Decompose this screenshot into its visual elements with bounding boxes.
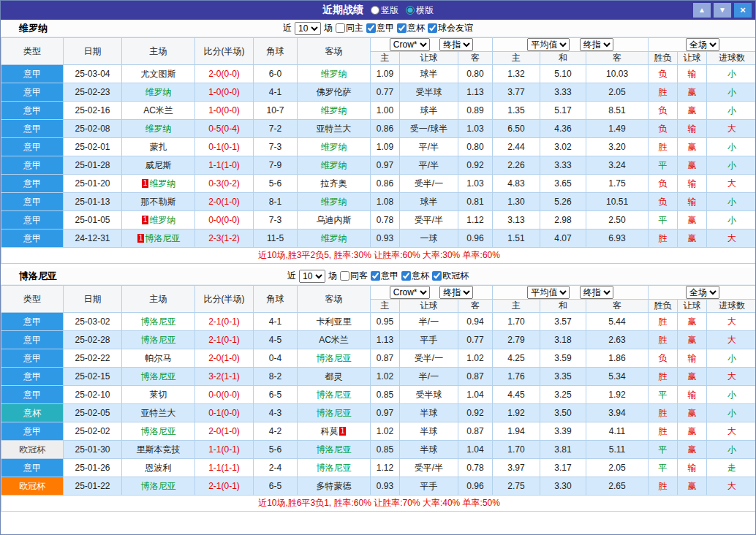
league-type[interactable]: 意甲 — [1, 349, 64, 368]
league-type[interactable]: 意甲 — [1, 422, 64, 441]
away-team[interactable]: 乌迪内斯 — [298, 211, 371, 229]
euro-draw-odds-text: 3.50 — [554, 408, 571, 418]
away-team[interactable]: 博洛尼亚 — [298, 404, 371, 422]
away-team[interactable]: 博洛尼亚 — [298, 349, 371, 368]
away-team[interactable]: 佛罗伦萨 — [298, 83, 371, 102]
euro-final-select[interactable]: 终指 — [580, 38, 613, 51]
home-team[interactable]: 博洛尼亚 — [122, 368, 195, 386]
home-team[interactable]: 1维罗纳 — [122, 211, 195, 229]
league-checkbox-seriea[interactable] — [366, 23, 376, 33]
league-filter-friendly[interactable]: 球会友谊 — [428, 22, 473, 34]
home-team[interactable]: 莱切 — [122, 386, 195, 404]
league-type[interactable]: 意甲 — [1, 331, 64, 349]
league-type[interactable]: 意甲 — [1, 102, 64, 120]
asian-away-odds-text: 1.13 — [466, 87, 483, 97]
league-type[interactable]: 欧冠杯 — [1, 477, 64, 496]
league-type[interactable]: 意甲 — [1, 193, 64, 211]
layout-horizontal-radio[interactable] — [406, 6, 415, 15]
match-count-select[interactable]: 10 — [295, 22, 321, 35]
away-team[interactable]: 博洛尼亚 — [298, 441, 371, 459]
away-team[interactable]: AC米兰 — [298, 331, 371, 349]
home-team[interactable]: AC米兰 — [122, 102, 195, 120]
league-type[interactable]: 欧冠杯 — [1, 441, 64, 459]
away-team[interactable]: 亚特兰大 — [298, 120, 371, 138]
away-team[interactable]: 维罗纳 — [298, 229, 371, 248]
home-team[interactable]: 威尼斯 — [122, 156, 195, 175]
league-type[interactable]: 意甲 — [1, 65, 64, 83]
asian-home-odds-text: 1.02 — [377, 371, 393, 382]
away-team[interactable]: 博洛尼亚 — [298, 386, 371, 404]
scope-select[interactable]: 全场 — [686, 38, 719, 51]
home-team[interactable]: 博洛尼亚 — [122, 422, 195, 441]
same-venue-filter[interactable]: 同客 — [340, 270, 368, 282]
league-filter-coppa[interactable]: 意杯 — [401, 270, 429, 282]
scope-select[interactable]: 全场 — [686, 286, 719, 299]
league-checkbox-ucl[interactable] — [432, 271, 442, 281]
league-checkbox-coppa[interactable] — [397, 23, 407, 33]
home-team[interactable]: 1维罗纳 — [122, 175, 195, 193]
layout-horizontal-option[interactable]: 横版 — [406, 4, 434, 17]
odds-company-select[interactable]: Crow* — [390, 38, 430, 51]
home-team-text: AC米兰 — [143, 105, 173, 115]
home-team[interactable]: 蒙扎 — [122, 138, 195, 156]
home-team[interactable]: 1博洛尼亚 — [122, 229, 195, 248]
home-team[interactable]: 里斯本竞技 — [122, 441, 195, 459]
league-type[interactable]: 意甲 — [1, 313, 64, 331]
euro-average-select[interactable]: 平均值 — [527, 38, 570, 51]
layout-vertical-option[interactable]: 竖版 — [371, 4, 398, 17]
away-team[interactable]: 都灵 — [298, 368, 371, 386]
league-filter-ucl[interactable]: 欧冠杯 — [432, 270, 469, 282]
league-type[interactable]: 意甲 — [1, 459, 64, 477]
league-type[interactable]: 意杯 — [1, 404, 64, 422]
close-icon[interactable]: × — [734, 3, 752, 18]
league-type[interactable]: 意甲 — [1, 211, 64, 229]
league-type[interactable]: 意甲 — [1, 175, 64, 193]
match-count-select[interactable]: 10 — [299, 270, 325, 283]
home-team[interactable]: 那不勒斯 — [122, 193, 195, 211]
league-type[interactable]: 意甲 — [1, 156, 64, 175]
home-team[interactable]: 恩波利 — [122, 459, 195, 477]
layout-vertical-radio[interactable] — [371, 6, 379, 15]
asian-final-select[interactable]: 终指 — [439, 286, 473, 299]
away-team[interactable]: 维罗纳 — [298, 102, 371, 120]
home-team[interactable]: 博洛尼亚 — [122, 313, 195, 331]
league-type[interactable]: 意甲 — [1, 83, 64, 102]
league-type[interactable]: 意甲 — [1, 386, 64, 404]
league-type[interactable]: 意甲 — [1, 229, 64, 248]
home-team[interactable]: 博洛尼亚 — [122, 477, 195, 496]
same-venue-checkbox[interactable] — [336, 23, 345, 33]
league-checkbox-seriea[interactable] — [371, 271, 380, 281]
league-filter-coppa[interactable]: 意杯 — [397, 22, 425, 34]
away-team[interactable]: 维罗纳 — [298, 193, 371, 211]
same-venue-checkbox[interactable] — [340, 271, 349, 281]
euro-average-select[interactable]: 平均值 — [527, 286, 570, 299]
away-team[interactable]: 维罗纳 — [298, 138, 371, 156]
away-team[interactable]: 科莫1 — [298, 422, 371, 441]
euro-final-select[interactable]: 终指 — [580, 286, 613, 299]
league-type[interactable]: 意甲 — [1, 368, 64, 386]
league-filter-seriea[interactable]: 意甲 — [371, 270, 398, 282]
home-team[interactable]: 亚特兰大 — [122, 404, 195, 422]
home-team[interactable]: 维罗纳 — [122, 120, 195, 138]
home-team[interactable]: 维罗纳 — [122, 83, 195, 102]
home-team[interactable]: 帕尔马 — [122, 349, 195, 368]
away-team[interactable]: 博洛尼亚 — [298, 459, 371, 477]
league-filter-seriea[interactable]: 意甲 — [366, 22, 394, 34]
league-type[interactable]: 意甲 — [1, 120, 64, 138]
asian-final-select[interactable]: 终指 — [439, 38, 473, 51]
home-team[interactable]: 博洛尼亚 — [122, 331, 195, 349]
away-team[interactable]: 维罗纳 — [298, 156, 371, 175]
away-team[interactable]: 维罗纳 — [298, 65, 371, 83]
league-checkbox-coppa[interactable] — [401, 271, 411, 281]
corner-score: 11-5 — [254, 229, 298, 248]
same-venue-filter[interactable]: 同主 — [336, 22, 363, 34]
away-team[interactable]: 多特蒙德 — [298, 477, 371, 496]
scroll-down-icon[interactable]: ▼ — [714, 3, 731, 18]
away-team[interactable]: 拉齐奥 — [298, 175, 371, 193]
away-team[interactable]: 卡利亚里 — [298, 313, 371, 331]
league-checkbox-friendly[interactable] — [428, 23, 437, 33]
league-type[interactable]: 意甲 — [1, 138, 64, 156]
home-team[interactable]: 尤文图斯 — [122, 65, 195, 83]
odds-company-select[interactable]: Crow* — [390, 286, 430, 299]
scroll-up-icon[interactable]: ▲ — [693, 3, 711, 18]
